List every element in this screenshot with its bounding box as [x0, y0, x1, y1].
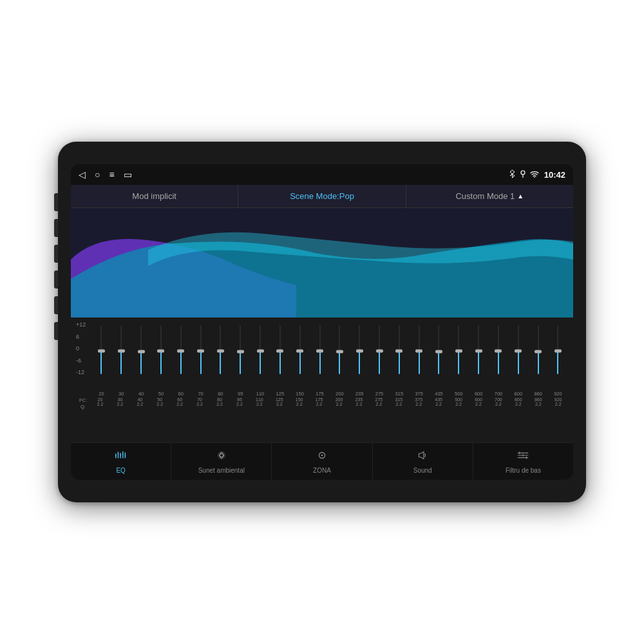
slider-thumb-19[interactable]: [475, 349, 482, 352]
slider-track-23[interactable]: [557, 325, 558, 374]
mod-implicit-tab[interactable]: Mod implicit: [71, 185, 238, 207]
freq-label-12: 200: [336, 391, 344, 397]
slider-thumb-14[interactable]: [376, 349, 383, 352]
slider-track-0[interactable]: [100, 325, 102, 374]
slider-thumb-5[interactable]: [197, 349, 204, 352]
slider-thumb-17[interactable]: [435, 350, 442, 354]
tab-filtru[interactable]: Filtru de bas: [473, 443, 573, 480]
slider-track-13[interactable]: [359, 325, 360, 374]
fc-value-15: 315: [395, 397, 402, 402]
slider-track-6[interactable]: [220, 325, 221, 374]
slider-thumb-22[interactable]: [535, 350, 542, 354]
q-value-2: 2.2: [137, 402, 143, 406]
slider-track-3[interactable]: [160, 325, 162, 374]
slider-col-7: [231, 320, 251, 391]
freq-label-col-6: 80: [211, 391, 231, 397]
back-icon[interactable]: ◁: [79, 169, 86, 180]
fc-q-col-7: 952.2: [229, 397, 249, 410]
slider-track-15[interactable]: [399, 325, 400, 374]
slider-track-20[interactable]: [498, 325, 499, 374]
q-value-0: 2.2: [97, 402, 104, 406]
slider-thumb-16[interactable]: [415, 350, 422, 353]
freq-label-col-22: 860: [528, 391, 548, 397]
slider-thumb-1[interactable]: [118, 350, 125, 353]
power-button[interactable]: [54, 193, 58, 211]
slider-track-2[interactable]: [140, 325, 142, 374]
slider-track-11[interactable]: [319, 325, 321, 374]
tab-sunet[interactable]: Sunet ambiental: [171, 443, 272, 480]
tab-sound[interactable]: Sound: [373, 443, 473, 480]
slider-thumb-2[interactable]: [138, 350, 145, 354]
slider-thumb-23[interactable]: [554, 349, 562, 352]
slider-col-14: [370, 320, 390, 391]
recent-icon[interactable]: ▭: [124, 169, 132, 180]
sliders-row: [91, 320, 568, 391]
back-button[interactable]: [54, 296, 58, 314]
wifi-icon: [530, 171, 539, 179]
fc-value-3: 50: [157, 397, 162, 402]
freq-label-col-23: 920: [548, 391, 568, 397]
slider-track-18[interactable]: [458, 325, 459, 374]
slider-thumb-15[interactable]: [395, 349, 402, 352]
slider-thumb-0[interactable]: [98, 349, 105, 352]
slider-thumb-8[interactable]: [257, 350, 264, 353]
home-icon[interactable]: ○: [95, 169, 100, 180]
volume-down-button[interactable]: [54, 245, 58, 263]
freq-label-17: 435: [435, 391, 443, 397]
scene-mode-tab[interactable]: Scene Mode:Pop: [238, 185, 406, 207]
q-value-4: 2.2: [176, 402, 183, 406]
freq-label-4: 60: [178, 391, 184, 397]
slider-thumb-18[interactable]: [455, 350, 462, 353]
slider-fill-17: [438, 352, 439, 374]
slider-track-21[interactable]: [518, 325, 519, 374]
slider-thumb-6[interactable]: [217, 350, 224, 353]
slider-col-2: [131, 320, 151, 391]
volume-up-button[interactable]: [54, 219, 58, 237]
slider-track-1[interactable]: [120, 325, 122, 374]
slider-thumb-9[interactable]: [276, 349, 283, 352]
q-value-12: 2.2: [336, 402, 343, 406]
freq-label-col-8: 110: [251, 391, 270, 397]
slider-thumb-7[interactable]: [237, 350, 244, 354]
nav-button[interactable]: [54, 322, 58, 340]
slider-track-4[interactable]: [180, 325, 182, 374]
slider-track-19[interactable]: [478, 325, 479, 374]
slider-track-10[interactable]: [299, 325, 301, 374]
slider-track-9[interactable]: [279, 325, 281, 374]
slider-track-22[interactable]: [538, 325, 539, 374]
fc-value-6: 80: [217, 397, 222, 402]
slider-col-9: [270, 320, 290, 391]
menu-icon[interactable]: ≡: [109, 169, 114, 180]
slider-track-16[interactable]: [419, 325, 420, 374]
tab-zona[interactable]: ZONA: [272, 443, 372, 480]
custom-mode-arrow: ▲: [517, 193, 524, 200]
fc-value-10: 150: [296, 397, 303, 402]
scale-minus12: -12: [76, 369, 86, 375]
slider-thumb-20[interactable]: [495, 349, 502, 352]
custom-mode-tab[interactable]: Custom Mode 1 ▲: [406, 185, 573, 207]
slider-thumb-21[interactable]: [515, 350, 522, 353]
tab-eq[interactable]: EQ: [71, 443, 171, 480]
slider-track-14[interactable]: [379, 325, 380, 374]
slider-track-7[interactable]: [240, 325, 241, 374]
slider-track-8[interactable]: [260, 325, 261, 374]
screen: ◁ ○ ≡ ▭: [71, 164, 573, 480]
slider-thumb-4[interactable]: [177, 349, 184, 352]
slider-track-5[interactable]: [200, 325, 202, 374]
slider-col-18: [449, 320, 469, 391]
slider-thumb-12[interactable]: [336, 350, 343, 354]
menu-button[interactable]: [54, 270, 58, 289]
slider-track-12[interactable]: [339, 325, 340, 374]
fc-value-1: 30: [117, 397, 122, 402]
slider-thumb-3[interactable]: [157, 350, 164, 353]
fc-q-col-16: 3752.2: [409, 397, 429, 410]
freq-label-col-10: 150: [290, 391, 310, 397]
freq-label-col-11: 175: [310, 391, 330, 397]
slider-thumb-13[interactable]: [356, 350, 363, 353]
zona-icon: [316, 449, 328, 465]
freq-label-col-2: 40: [131, 391, 151, 397]
slider-thumb-10[interactable]: [296, 349, 303, 352]
slider-thumb-11[interactable]: [316, 350, 323, 353]
slider-track-17[interactable]: [438, 325, 439, 374]
slider-col-17: [429, 320, 449, 391]
